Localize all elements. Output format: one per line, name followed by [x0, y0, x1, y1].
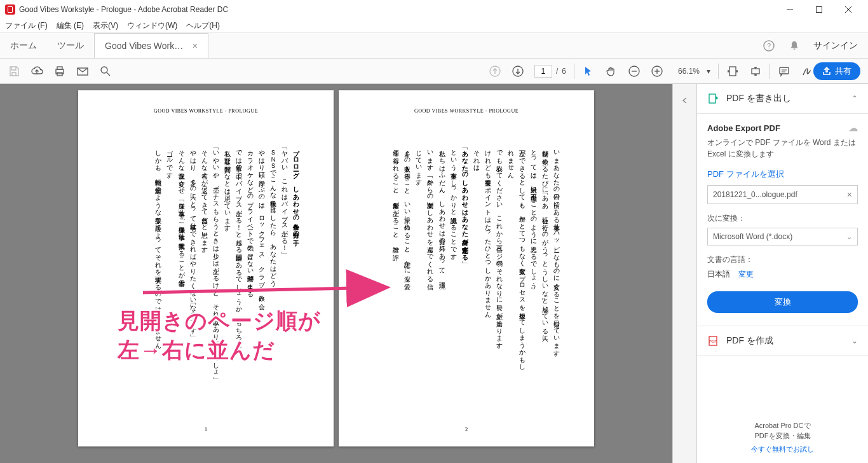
- tab-home-label: ホーム: [10, 40, 37, 52]
- zoom-out-icon[interactable]: [628, 65, 641, 78]
- menubar: ファイル (F) 編集 (E) 表示(V) ウィンドウ(W) ヘルプ(H): [0, 19, 868, 33]
- page-sep: /: [556, 67, 558, 76]
- doc-lang-label: 文書の言語：: [707, 254, 858, 265]
- sign-icon[interactable]: [801, 65, 813, 78]
- tab-tools-label: ツール: [57, 40, 84, 52]
- clear-file-icon[interactable]: ×: [847, 190, 852, 200]
- page-right-number: 2: [339, 426, 594, 432]
- export-pdf-icon: [707, 93, 719, 104]
- convert-to-label: 次に変換：: [707, 213, 858, 224]
- page-up-icon[interactable]: [489, 65, 501, 78]
- selected-file-field[interactable]: 20181221_0...ologue.pdf ×: [707, 185, 858, 204]
- page-total: 6: [562, 67, 566, 76]
- page-down-icon[interactable]: [512, 65, 524, 78]
- tab-tools[interactable]: ツール: [47, 33, 94, 58]
- panel-footer: Acrobat Pro DCで PDFを変換・編集 今すぐ無料でお試し: [697, 411, 868, 464]
- minimize-button[interactable]: [775, 0, 804, 19]
- document-viewport[interactable]: GOOD VIBES WORKSTYLE - PROLOGUE プロローグ しあ…: [0, 84, 672, 463]
- toolbar: / 6 66.1% ▾ 共有: [0, 59, 868, 84]
- page-right-body: いまあなたの目の前にある仕事をハッピーなものに変えることを目指しています。朝目が…: [390, 146, 562, 400]
- svg-point-10: [101, 67, 107, 73]
- bell-icon[interactable]: [788, 39, 801, 52]
- main-area: GOOD VIBES WORKSTYLE - PROLOGUE プロローグ しあ…: [0, 84, 868, 463]
- export-section-body: Adobe Export PDF ☁ オンラインで PDF ファイルを Word…: [697, 114, 868, 326]
- app-icon: [5, 4, 15, 15]
- convert-button[interactable]: 変換: [707, 291, 858, 313]
- rail-toggle-icon[interactable]: [677, 93, 693, 108]
- chevron-down-icon: ⌄: [846, 233, 852, 241]
- export-title: Adobe Export PDF: [707, 123, 780, 133]
- menu-help[interactable]: ヘルプ(H): [186, 20, 220, 31]
- maximize-button[interactable]: [804, 0, 834, 19]
- cloud-icon[interactable]: [31, 65, 43, 78]
- svg-rect-25: [709, 94, 715, 103]
- tabbar: ホーム ツール Good Vibes Workst... × ? サインイン: [0, 33, 868, 59]
- page-left-number: 1: [78, 426, 334, 432]
- cloud-small-icon: ☁: [849, 123, 858, 133]
- side-rail: [672, 84, 696, 463]
- chevron-up-icon: ⌃: [851, 94, 858, 103]
- search-icon[interactable]: [99, 65, 112, 78]
- fit-width-icon[interactable]: [726, 65, 739, 78]
- menu-view[interactable]: 表示(V): [93, 20, 118, 31]
- zoom-level[interactable]: 66.1% ▾: [674, 65, 710, 78]
- tab-document[interactable]: Good Vibes Workst... ×: [94, 33, 208, 58]
- page-left-body: プロローグ しあわせの条件を自分の手「ヤバい、これはバイブス上がる！」ＳＮＳでこ…: [153, 146, 302, 400]
- signin-link[interactable]: サインイン: [813, 40, 858, 52]
- chevron-down-icon: ⌄: [851, 336, 858, 345]
- export-section-header[interactable]: PDF を書き出し ⌃: [697, 84, 868, 114]
- help-icon[interactable]: ?: [763, 39, 775, 52]
- tab-close-icon[interactable]: ×: [193, 41, 198, 51]
- close-button[interactable]: [834, 0, 863, 19]
- footer-try-link[interactable]: 今すぐ無料でお試し: [706, 444, 859, 455]
- tab-document-label: Good Vibes Workst...: [105, 41, 187, 51]
- create-header-label: PDF を作成: [726, 335, 844, 347]
- doc-lang-change-link[interactable]: 変更: [738, 270, 754, 279]
- svg-text:PDF: PDF: [709, 340, 717, 343]
- svg-rect-19: [729, 67, 736, 76]
- convert-to-select[interactable]: Microsoft Word (*.docx) ⌄: [707, 228, 858, 245]
- page-right: GOOD VIBES WORKSTYLE - PROLOGUE いまあなたの目の…: [339, 90, 594, 446]
- tab-home[interactable]: ホーム: [0, 33, 47, 58]
- convert-button-label: 変換: [775, 297, 791, 307]
- create-pdf-icon: PDF: [707, 335, 719, 347]
- selected-filename: 20181221_0...ologue.pdf: [713, 190, 797, 199]
- right-panel: PDF を書き出し ⌃ Adobe Export PDF ☁ オンラインで PD…: [696, 84, 868, 463]
- svg-rect-7: [57, 67, 62, 69]
- footer-line2: PDFを変換・編集: [706, 431, 859, 441]
- zoom-in-icon[interactable]: [651, 65, 663, 78]
- convert-to-value: Microsoft Word (*.docx): [713, 232, 792, 241]
- select-tool-icon[interactable]: [582, 65, 595, 78]
- zoom-value: 66.1%: [674, 65, 704, 78]
- select-file-link[interactable]: PDF ファイルを選択: [707, 169, 858, 180]
- fit-page-icon[interactable]: [749, 65, 762, 78]
- svg-text:?: ?: [767, 42, 771, 50]
- page-indicator: / 6: [534, 65, 566, 78]
- export-desc: オンラインで PDF ファイルを Word または Excel に変換します: [707, 137, 858, 160]
- menu-window[interactable]: ウィンドウ(W): [127, 20, 177, 31]
- window-controls: [775, 0, 863, 19]
- svg-line-11: [107, 73, 110, 76]
- share-label: 共有: [835, 66, 851, 77]
- chevron-down-icon: ▾: [707, 67, 710, 76]
- hand-tool-icon[interactable]: [605, 65, 618, 78]
- export-header-label: PDF を書き出し: [726, 93, 844, 104]
- svg-rect-1: [817, 7, 822, 13]
- window-title: Good Vibes Workstyle - Prologue - Adobe …: [19, 5, 775, 14]
- menu-file[interactable]: ファイル (F): [5, 20, 48, 31]
- titlebar: Good Vibes Workstyle - Prologue - Adobe …: [0, 0, 868, 19]
- footer-line1: Acrobat Pro DCで: [706, 420, 859, 431]
- comment-icon[interactable]: [778, 65, 790, 78]
- page-left: GOOD VIBES WORKSTYLE - PROLOGUE プロローグ しあ…: [78, 90, 334, 446]
- share-icon: [822, 67, 831, 76]
- svg-rect-21: [780, 67, 789, 74]
- create-section-header[interactable]: PDF PDF を作成 ⌄: [697, 326, 868, 356]
- doc-lang-value: 日本語: [707, 270, 730, 279]
- save-icon[interactable]: [8, 65, 20, 78]
- mail-icon[interactable]: [76, 65, 89, 78]
- page-header-left: GOOD VIBES WORKSTYLE - PROLOGUE: [110, 108, 302, 114]
- page-current-input[interactable]: [534, 65, 552, 78]
- share-button[interactable]: 共有: [813, 62, 860, 80]
- print-icon[interactable]: [53, 65, 66, 78]
- menu-edit[interactable]: 編集 (E): [57, 20, 84, 31]
